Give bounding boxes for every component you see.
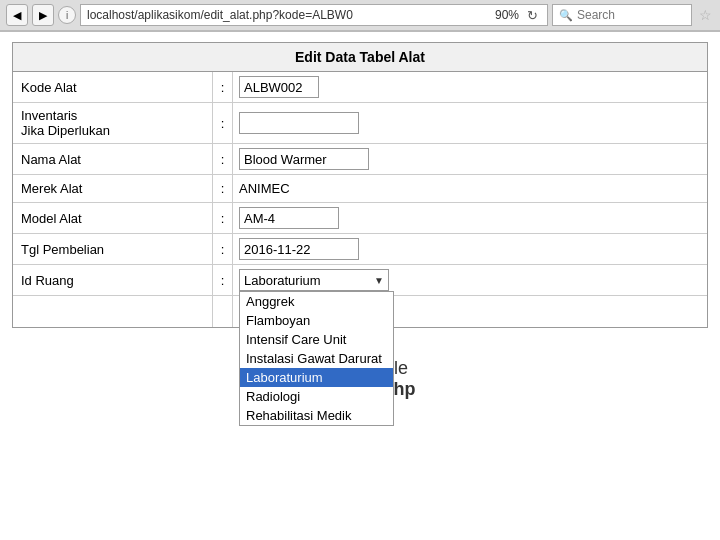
label-kode-alat: Kode Alat [13, 72, 213, 102]
form-row-nama-alat: Nama Alat : [13, 144, 707, 175]
form-row-id-ruang: Id Ruang : Laboraturium ▼ Anggrek Flambo… [13, 265, 707, 296]
refresh-button[interactable]: ↻ [523, 6, 541, 24]
select-selected-value: Laboraturium [244, 273, 321, 288]
input-kode-alat[interactable] [239, 76, 319, 98]
back-button[interactable]: ◀ [6, 4, 28, 26]
form-row-model-alat: Model Alat : [13, 203, 707, 234]
select-container-id-ruang: Laboraturium ▼ Anggrek Flamboyan Intensi… [239, 269, 389, 291]
colon-inventaris: : [213, 103, 233, 143]
value-merek-alat: ANIMEC [233, 175, 707, 202]
colon-nama-alat: : [213, 144, 233, 174]
label-simpan-empty [13, 296, 213, 327]
form-row-tgl-pembelian: Tgl Pembelian : [13, 234, 707, 265]
search-bar[interactable]: 🔍 [552, 4, 692, 26]
search-input[interactable] [577, 8, 677, 22]
value-nama-alat [233, 144, 707, 174]
dropdown-option-laboraturium[interactable]: Laboraturium [240, 368, 393, 387]
input-tgl-pembelian[interactable] [239, 238, 359, 260]
dropdown-option-radiologi[interactable]: Radiologi [240, 387, 393, 406]
label-merek-alat: Merek Alat [13, 175, 213, 202]
text-merek-alat: ANIMEC [239, 181, 290, 196]
label-model-alat: Model Alat [13, 203, 213, 233]
select-display-id-ruang[interactable]: Laboraturium ▼ [239, 269, 389, 291]
url-text: localhost/aplikasikom/edit_alat.php?kode… [87, 8, 491, 22]
dropdown-id-ruang: Anggrek Flamboyan Intensif Care Unit Ins… [239, 291, 394, 426]
value-tgl-pembelian [233, 234, 707, 264]
forward-button[interactable]: ▶ [32, 4, 54, 26]
value-model-alat [233, 203, 707, 233]
dropdown-option-flamboyan[interactable]: Flamboyan [240, 311, 393, 330]
colon-merek-alat: : [213, 175, 233, 202]
url-bar[interactable]: localhost/aplikasikom/edit_alat.php?kode… [80, 4, 548, 26]
label-tgl-pembelian: Tgl Pembelian [13, 234, 213, 264]
zoom-level: 90% [491, 8, 523, 22]
colon-model-alat: : [213, 203, 233, 233]
dropdown-option-intensif[interactable]: Intensif Care Unit [240, 330, 393, 349]
select-arrow-icon: ▼ [374, 275, 384, 286]
label-nama-alat: Nama Alat [13, 144, 213, 174]
label-id-ruang: Id Ruang [13, 265, 213, 295]
info-icon: i [58, 6, 76, 24]
bookmark-button[interactable]: ☆ [696, 6, 714, 24]
value-kode-alat [233, 72, 707, 102]
input-inventaris[interactable] [239, 112, 359, 134]
form-row-merek-alat: Merek Alat : ANIMEC [13, 175, 707, 203]
colon-simpan-empty [213, 296, 233, 327]
dropdown-option-instalasi[interactable]: Instalasi Gawat Darurat [240, 349, 393, 368]
browser-toolbar: ◀ ▶ i localhost/aplikasikom/edit_alat.ph… [0, 0, 720, 31]
form-row-kode-alat: Kode Alat : [13, 72, 707, 103]
label-inventaris: Inventaris Jika Diperlukan [13, 103, 213, 143]
value-inventaris [233, 103, 707, 143]
input-nama-alat[interactable] [239, 148, 369, 170]
form-title: Edit Data Tabel Alat [13, 43, 707, 72]
colon-kode-alat: : [213, 72, 233, 102]
colon-tgl-pembelian: : [213, 234, 233, 264]
edit-form: Edit Data Tabel Alat Kode Alat : Inventa… [12, 42, 708, 328]
input-model-alat[interactable] [239, 207, 339, 229]
colon-id-ruang: : [213, 265, 233, 295]
form-row-inventaris: Inventaris Jika Diperlukan : [13, 103, 707, 144]
page-content: Edit Data Tabel Alat Kode Alat : Inventa… [0, 32, 720, 410]
search-icon: 🔍 [559, 9, 573, 22]
value-id-ruang: Laboraturium ▼ Anggrek Flamboyan Intensi… [233, 265, 707, 295]
browser-chrome: ◀ ▶ i localhost/aplikasikom/edit_alat.ph… [0, 0, 720, 32]
dropdown-option-rehabilitasi[interactable]: Rehabilitasi Medik [240, 406, 393, 425]
dropdown-option-anggrek[interactable]: Anggrek [240, 292, 393, 311]
